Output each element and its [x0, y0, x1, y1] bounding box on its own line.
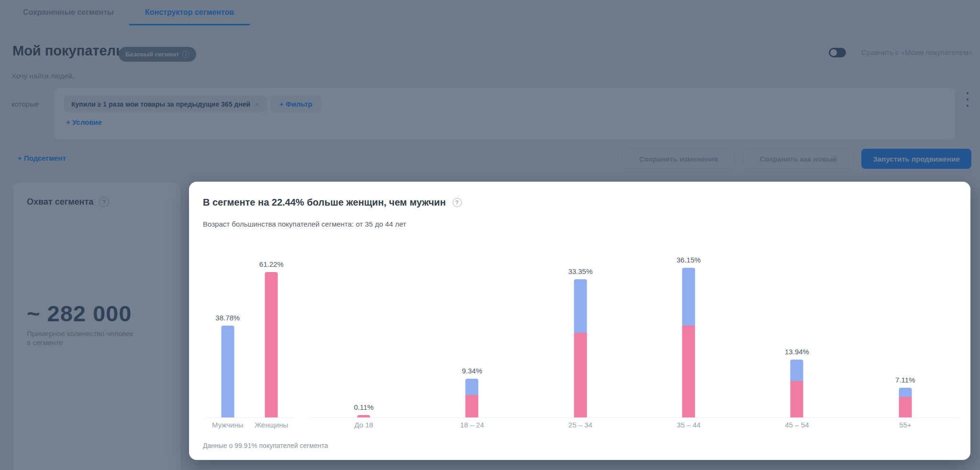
- bar: [899, 388, 912, 417]
- age-group: 0.11%9.34%33.35%36.15%13.94%7.11% До 181…: [310, 255, 959, 431]
- axis-label: 55+: [851, 421, 959, 429]
- bar-segment: [682, 326, 695, 417]
- chart-footnote: Данные о 99.91% покупателей сегмента: [203, 442, 328, 449]
- chart-subtitle: Возраст большинства покупателей сегмента…: [203, 220, 406, 228]
- chart-bar-column: 0.11%: [310, 255, 418, 417]
- bar: [357, 415, 370, 417]
- chart-title-row: В сегменте на 22.44% больше женщин, чем …: [203, 197, 462, 208]
- demographics-chart-card: В сегменте на 22.44% больше женщин, чем …: [189, 182, 970, 460]
- bar-segment: [574, 279, 587, 333]
- bar-value-label: 13.94%: [785, 348, 809, 356]
- bar-segment: [221, 326, 234, 417]
- bar: [466, 379, 479, 417]
- bar-segment: [466, 379, 479, 395]
- chart-title: В сегменте на 22.44% больше женщин, чем …: [203, 197, 446, 208]
- chart-bar-column: 7.11%: [851, 255, 959, 417]
- bar: [221, 326, 234, 417]
- axis-label: 35 – 44: [635, 421, 743, 429]
- axis-label: 45 – 54: [743, 421, 851, 429]
- bar-chart: 38.78%61.22% МужчиныЖенщины 0.11%9.34%33…: [206, 255, 959, 431]
- bar-segment: [791, 381, 803, 417]
- axis-label: 18 – 24: [418, 421, 526, 429]
- chart-bar-column: 38.78%: [206, 255, 250, 417]
- bar: [791, 360, 803, 417]
- bar-segment: [357, 415, 370, 417]
- chart-bar-column: 13.94%: [743, 255, 851, 417]
- gender-group: 38.78%61.22% МужчиныЖенщины: [206, 255, 293, 431]
- bar-segment: [682, 268, 695, 326]
- bar: [265, 272, 278, 417]
- bar-value-label: 33.35%: [568, 267, 592, 275]
- bar-segment: [466, 395, 479, 417]
- chart-bar-column: 33.35%: [526, 255, 635, 417]
- chart-bar-column: 61.22%: [250, 255, 294, 417]
- question-icon[interactable]: ?: [453, 198, 462, 207]
- segment-builder-page: Сохраненные сегменты Конструктор сегмент…: [0, 0, 980, 470]
- bar-segment: [574, 333, 587, 417]
- bar-value-label: 9.34%: [462, 367, 482, 375]
- axis-label: До 18: [310, 421, 418, 429]
- axis-label: 25 – 34: [526, 421, 635, 429]
- bar-segment: [899, 388, 912, 397]
- bar: [682, 268, 695, 417]
- axis-label: Женщины: [250, 421, 294, 429]
- bar-segment: [899, 397, 912, 417]
- bar-segment: [265, 272, 278, 417]
- bar: [574, 279, 587, 417]
- chart-bar-column: 36.15%: [635, 255, 743, 417]
- bar-value-label: 61.22%: [259, 260, 284, 268]
- bar-segment: [791, 360, 803, 381]
- chart-bar-column: 9.34%: [418, 255, 526, 417]
- bar-value-label: 0.11%: [354, 403, 373, 411]
- bar-value-label: 7.11%: [895, 376, 915, 384]
- bar-value-label: 36.15%: [677, 256, 701, 264]
- axis-label: Мужчины: [206, 421, 250, 429]
- bar-value-label: 38.78%: [215, 314, 240, 322]
